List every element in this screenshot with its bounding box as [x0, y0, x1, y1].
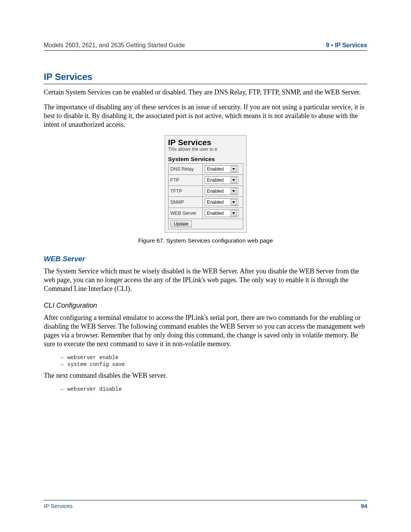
page-number: 94 — [361, 503, 367, 509]
service-cell: Enabled — [202, 208, 243, 219]
command-text: system config save — [67, 361, 125, 367]
chapter-label: 9 • IP Services — [326, 42, 368, 49]
panel-subheader: System Services — [168, 156, 243, 163]
select-value: Enabled — [207, 200, 224, 205]
section-heading: IP Services — [44, 72, 367, 82]
paragraph: The System Service which must be wisely … — [44, 267, 367, 293]
cli-command: → webserver enable — [59, 355, 367, 361]
service-label: DNS Relay — [168, 164, 202, 175]
select-value: Enabled — [207, 166, 224, 172]
paragraph: After configuring a terminal emulator to… — [44, 313, 367, 348]
service-cell: Enabled — [202, 164, 243, 175]
update-cell: Update — [168, 219, 243, 229]
table-row: TFTP Enabled — [168, 186, 243, 197]
body-text: The System Service which must be wisely … — [44, 267, 367, 293]
service-label: TFTP — [168, 186, 202, 197]
select-value: Enabled — [207, 189, 224, 194]
svg-marker-2 — [232, 190, 235, 192]
service-cell: Enabled — [202, 197, 243, 208]
cli-command: → webserver disable — [59, 386, 367, 392]
ftp-select[interactable]: Enabled — [205, 176, 238, 184]
select-value: Enabled — [207, 211, 224, 216]
table-row: WEB Server Enabled — [168, 208, 243, 219]
web-server-select[interactable]: Enabled — [205, 209, 238, 217]
chevron-down-icon — [231, 199, 237, 205]
page: Models 2603, 2621, and 2635 Getting Star… — [0, 0, 411, 532]
svg-marker-1 — [232, 179, 235, 181]
service-cell: Enabled — [202, 186, 243, 197]
services-table: DNS Relay Enabled FTP — [168, 163, 243, 229]
figure-wrapper: IP Services This allows the user to e Sy… — [44, 135, 367, 244]
table-row: DNS Relay Enabled — [168, 164, 243, 175]
subsubsection-heading: CLI Configuration — [44, 302, 367, 310]
doc-title: Models 2603, 2621, and 2635 Getting Star… — [44, 42, 185, 49]
paragraph: Certain System Services can be enabled o… — [44, 88, 367, 97]
running-header: Models 2603, 2621, and 2635 Getting Star… — [44, 42, 367, 51]
figure-caption: Figure 67. System Services configuration… — [138, 237, 273, 244]
paragraph: The importance of disabling any of these… — [44, 103, 367, 129]
svg-marker-4 — [232, 212, 235, 214]
chevron-down-icon — [231, 177, 237, 183]
chevron-down-icon — [231, 210, 237, 216]
table-row: SNMP Enabled — [168, 197, 243, 208]
service-label: FTP — [168, 175, 202, 186]
select-value: Enabled — [207, 177, 224, 183]
table-row: FTP Enabled — [168, 175, 243, 186]
command-text: webserver disable — [67, 386, 122, 392]
service-cell: Enabled — [202, 175, 243, 186]
body-text: Certain System Services can be enabled o… — [44, 88, 367, 129]
panel-tagline: This allows the user to e — [168, 147, 243, 152]
cli-command: → system config save — [59, 361, 367, 367]
chevron-down-icon — [231, 188, 237, 194]
update-button[interactable]: Update — [170, 220, 192, 227]
service-label: SNMP — [168, 197, 202, 208]
footer-section: IP Services — [44, 503, 73, 509]
arrow-icon: → — [59, 386, 64, 392]
dns-relay-select[interactable]: Enabled — [205, 165, 238, 173]
heading-rule — [44, 84, 367, 84]
service-label: WEB Server — [168, 208, 202, 219]
subsection-heading: WEB Server — [44, 255, 367, 263]
body-text: After configuring a terminal emulator to… — [44, 313, 367, 348]
screenshot-panel: IP Services This allows the user to e Sy… — [165, 135, 247, 233]
paragraph: The next command disables the WEB server… — [44, 371, 367, 380]
table-row: Update — [168, 219, 243, 229]
arrow-icon: → — [59, 355, 64, 361]
body-text: The next command disables the WEB server… — [44, 371, 367, 380]
arrow-icon: → — [59, 361, 64, 367]
panel-title: IP Services — [168, 138, 243, 147]
svg-marker-0 — [232, 168, 235, 170]
command-block: → webserver disable — [44, 386, 367, 392]
svg-marker-3 — [232, 201, 235, 203]
command-text: webserver enable — [67, 355, 118, 361]
snmp-select[interactable]: Enabled — [205, 198, 238, 206]
running-footer: IP Services 94 — [44, 500, 367, 509]
command-block: → webserver enable → system config save — [44, 355, 367, 367]
tftp-select[interactable]: Enabled — [205, 187, 238, 195]
chevron-down-icon — [231, 166, 237, 172]
